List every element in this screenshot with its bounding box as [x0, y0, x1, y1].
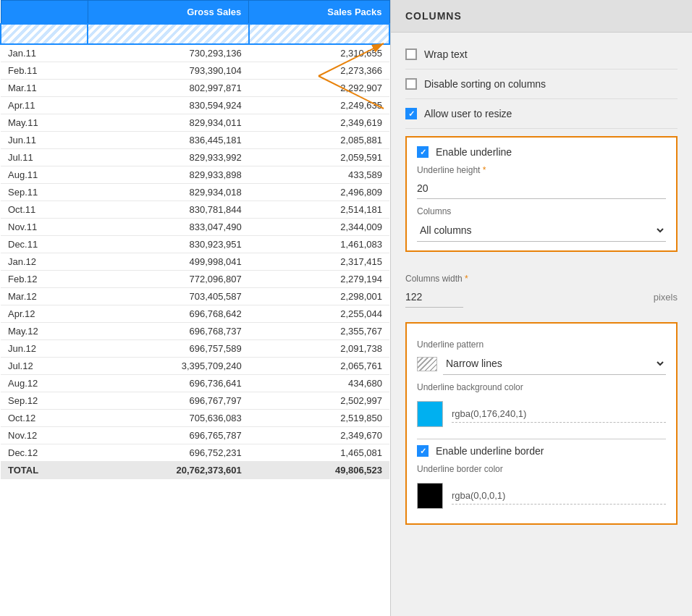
allow-resize-checkbox-item[interactable]: Allow user to resize — [405, 108, 512, 119]
required-marker: * — [483, 165, 486, 175]
enable-underline-checkbox[interactable] — [417, 146, 429, 158]
row-value: 829,933,992 — [88, 149, 249, 166]
table-row: Jul.123,395,709,2402,065,761 — [1, 358, 389, 375]
underline-border-color-text: rgba(0,0,0,1) — [452, 487, 666, 505]
row-value: 2,298,001 — [249, 288, 389, 305]
table-row: Jun.12696,757,5892,091,738 — [1, 340, 389, 358]
row-value: 696,768,737 — [88, 323, 249, 340]
row-label: Aug.11 — [1, 166, 88, 184]
row-value: 2,349,619 — [249, 114, 389, 132]
row-value: 830,923,951 — [88, 236, 249, 253]
pixels-label: pixels — [654, 292, 678, 303]
row-value: 2,496,809 — [249, 184, 389, 201]
row-label: May.12 — [1, 323, 88, 340]
columns-width-label: Columns width * — [405, 274, 678, 284]
columns-field-label: Columns — [417, 206, 666, 216]
total-value: 20,762,373,601 — [88, 462, 249, 479]
hatch-cell-2 — [88, 24, 249, 44]
row-value: 2,085,881 — [249, 132, 389, 149]
table-row: Feb.12772,096,8072,279,194 — [1, 271, 389, 288]
underline-border-color-row: rgba(0,0,0,1) — [417, 477, 666, 515]
table-row: Oct.11830,781,8442,514,181 — [1, 201, 389, 219]
row-value: 829,934,011 — [88, 114, 249, 132]
enable-underline-border-item[interactable]: Enable underline border — [417, 445, 666, 457]
table-panel: Gross Sales Sales Packs Jan.11730,293,13… — [0, 0, 391, 616]
table-row: Jun.11836,445,1812,085,881 — [1, 132, 389, 149]
row-value: 696,765,787 — [88, 427, 249, 444]
row-value: 2,249,635 — [249, 97, 389, 114]
hatch-cell-3 — [249, 24, 389, 44]
underline-border-color-swatch[interactable] — [417, 483, 443, 509]
row-label: Mar.11 — [1, 80, 88, 97]
wrap-text-checkbox-item[interactable]: Wrap text — [405, 48, 468, 60]
row-value: 705,636,083 — [88, 410, 249, 427]
table-row: Nov.11833,047,4902,344,009 — [1, 219, 389, 236]
table-row: Aug.11829,933,898433,589 — [1, 166, 389, 184]
allow-resize-row: Allow user to resize — [405, 99, 678, 129]
row-value: 703,405,587 — [88, 288, 249, 305]
total-row: TOTAL20,762,373,60149,806,523 — [1, 462, 389, 479]
row-value: 772,096,807 — [88, 271, 249, 288]
table-row: Sep.12696,767,7972,502,997 — [1, 392, 389, 410]
disable-sorting-checkbox[interactable] — [405, 78, 417, 90]
row-label: Jun.12 — [1, 340, 88, 358]
row-value: 829,934,018 — [88, 184, 249, 201]
row-label: Dec.12 — [1, 444, 88, 462]
table-row: Mar.12703,405,5872,298,001 — [1, 288, 389, 305]
enable-underline-checkbox-item[interactable]: Enable underline — [417, 146, 666, 158]
row-label: Feb.12 — [1, 271, 88, 288]
row-label: Sep.12 — [1, 392, 88, 410]
row-label: Oct.12 — [1, 410, 88, 427]
row-label: Aug.12 — [1, 375, 88, 392]
table-row: May.11829,934,0112,349,619 — [1, 114, 389, 132]
row-label: Nov.11 — [1, 219, 88, 236]
row-label: Jan.11 — [1, 44, 88, 62]
row-value: 2,344,009 — [249, 219, 389, 236]
underline-bg-color-row: rgba(0,176,240,1) — [417, 395, 666, 433]
underline-height-input[interactable] — [417, 178, 666, 199]
table-row: May.12696,768,7372,355,767 — [1, 323, 389, 340]
row-label: May.11 — [1, 114, 88, 132]
table-row: Sep.11829,934,0182,496,809 — [1, 184, 389, 201]
panel-body: Wrap text Disable sorting on columns All… — [391, 33, 692, 539]
row-value: 2,059,591 — [249, 149, 389, 166]
row-label: Sep.11 — [1, 184, 88, 201]
col-header-sales-packs: Sales Packs — [249, 1, 389, 25]
total-label: TOTAL — [1, 462, 88, 479]
row-value: 2,310,655 — [249, 44, 389, 62]
row-value: 2,349,670 — [249, 427, 389, 444]
row-label: Feb.11 — [1, 62, 88, 80]
underline-pattern-select[interactable]: Narrow lines Wide lines Dots — [443, 353, 666, 375]
table-row: Feb.11793,390,1042,273,366 — [1, 62, 389, 80]
row-value: 2,292,907 — [249, 80, 389, 97]
disable-sorting-row: Disable sorting on columns — [405, 69, 678, 99]
table-row: Aug.12696,736,641434,680 — [1, 375, 389, 392]
columns-select[interactable]: All columns First column Last column — [417, 219, 666, 242]
divider — [417, 439, 666, 439]
pattern-icon — [417, 357, 437, 371]
underline-bg-color-swatch[interactable] — [417, 401, 443, 427]
columns-width-input[interactable] — [405, 287, 463, 308]
row-value: 793,390,104 — [88, 62, 249, 80]
row-label: Apr.11 — [1, 97, 88, 114]
data-table: Gross Sales Sales Packs Jan.11730,293,13… — [0, 0, 390, 479]
row-value: 2,519,850 — [249, 410, 389, 427]
underline-pattern-section: Underline pattern Narrow lines Wide line… — [405, 322, 678, 525]
table-row: Nov.12696,765,7872,349,670 — [1, 427, 389, 444]
row-value: 836,445,181 — [88, 132, 249, 149]
col-header-name — [1, 1, 88, 25]
enable-underline-border-checkbox[interactable] — [417, 445, 429, 457]
wrap-text-checkbox[interactable] — [405, 48, 417, 60]
enable-underline-label: Enable underline — [436, 146, 512, 158]
allow-resize-label: Allow user to resize — [424, 108, 512, 119]
row-value: 696,757,589 — [88, 340, 249, 358]
hatch-cell-1 — [1, 24, 88, 44]
row-label: Jan.12 — [1, 253, 88, 271]
allow-resize-checkbox[interactable] — [405, 108, 417, 119]
row-label: Dec.11 — [1, 236, 88, 253]
row-value: 2,317,415 — [249, 253, 389, 271]
enable-underline-border-label: Enable underline border — [436, 445, 544, 457]
disable-sorting-checkbox-item[interactable]: Disable sorting on columns — [405, 78, 546, 90]
wrap-text-row: Wrap text — [405, 40, 678, 69]
row-value: 802,997,871 — [88, 80, 249, 97]
